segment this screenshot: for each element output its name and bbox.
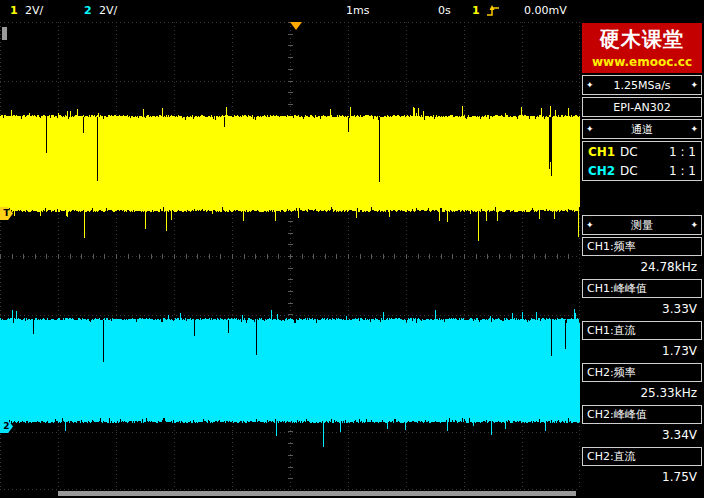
trigger-level-readout[interactable]: 0.00mV: [524, 0, 567, 22]
channel-section-header[interactable]: ✦ 通道 ✦: [582, 119, 702, 139]
sidebar: 硬木课堂 www.emooc.cc ✦ 1.25MSa/s ✦ EPI-AN30…: [580, 22, 704, 498]
channel-list: CH1 DC 1 : 1 CH2 DC 1 : 1: [582, 141, 702, 181]
waveform-canvas: [0, 22, 580, 490]
ch2-number[interactable]: 2: [84, 0, 92, 22]
sparkle-icon: ✦: [586, 120, 594, 138]
waveform-area: T 2: [0, 22, 580, 490]
ch1-name: CH1: [588, 145, 620, 159]
measurement-label-ch1-freq[interactable]: CH1:频率: [582, 237, 702, 256]
ch1-coupling: DC: [620, 145, 638, 159]
measurement-value-ch2-dc: 1.75V: [580, 466, 704, 488]
sidebar-spacer: [580, 182, 704, 214]
brand-title: 硬木课堂: [582, 23, 702, 55]
timebase-readout[interactable]: 1ms: [346, 0, 369, 22]
measurement-label-ch2-pkpk[interactable]: CH2:峰峰值: [582, 405, 702, 424]
ch1-number[interactable]: 1: [10, 0, 18, 22]
sparkle-icon: ✦: [586, 76, 594, 94]
sample-rate-box: ✦ 1.25MSa/s ✦: [582, 75, 702, 95]
measurement-value-ch1-pkpk: 3.33V: [580, 298, 704, 320]
measurement-label-ch1-pkpk[interactable]: CH1:峰峰值: [582, 279, 702, 298]
horizontal-offset-readout[interactable]: 0s: [438, 0, 451, 22]
ch2-probe-ratio: 1 : 1: [669, 164, 696, 178]
vertical-position-indicator: [2, 27, 7, 40]
status-bar: 1 2V/ 2 2V/ 1ms 0s 1 0.00mV: [0, 0, 704, 22]
ch2-name: CH2: [588, 164, 620, 178]
measure-section-header[interactable]: ✦ 测量 ✦: [582, 215, 702, 235]
measurement-value-ch1-freq: 24.78kHz: [580, 256, 704, 278]
trigger-position-marker-icon[interactable]: [290, 22, 302, 30]
measurement-value-ch2-freq: 25.33kHz: [580, 382, 704, 404]
brand-url[interactable]: www.emooc.cc: [582, 55, 702, 70]
ch1-scale-readout[interactable]: 2V/: [25, 0, 43, 22]
sparkle-icon: ✦: [690, 216, 698, 234]
ch2-scale-readout[interactable]: 2V/: [99, 0, 117, 22]
channel-row-ch2[interactable]: CH2 DC 1 : 1: [583, 161, 701, 180]
trigger-source-readout[interactable]: 1: [472, 0, 480, 22]
horizontal-position-indicator[interactable]: [58, 491, 576, 496]
model-box: EPI-AN302: [582, 97, 702, 117]
oscilloscope-screen: { "topbar": { "ch1_num": "1", "ch1_scale…: [0, 0, 704, 498]
rising-edge-icon: [486, 4, 500, 18]
model-name: EPI-AN302: [613, 101, 670, 114]
ch2-coupling: DC: [620, 164, 638, 178]
sparkle-icon: ✦: [690, 76, 698, 94]
ch1-probe-ratio: 1 : 1: [669, 145, 696, 159]
sparkle-icon: ✦: [586, 216, 594, 234]
measurement-label-ch1-dc[interactable]: CH1:直流: [582, 321, 702, 340]
sparkle-icon: ✦: [690, 120, 698, 138]
brand-logo[interactable]: 硬木课堂 www.emooc.cc: [582, 23, 702, 73]
channel-section-title: 通道: [631, 122, 653, 137]
measurement-value-ch2-pkpk: 3.34V: [580, 424, 704, 446]
measure-section-title: 测量: [631, 218, 653, 233]
channel-row-ch1[interactable]: CH1 DC 1 : 1: [583, 142, 701, 161]
measurement-value-ch1-dc: 1.73V: [580, 340, 704, 362]
measurement-label-ch2-freq[interactable]: CH2:频率: [582, 363, 702, 382]
sample-rate-value: 1.25MSa/s: [613, 79, 670, 92]
measurement-label-ch2-dc[interactable]: CH2:直流: [582, 447, 702, 466]
